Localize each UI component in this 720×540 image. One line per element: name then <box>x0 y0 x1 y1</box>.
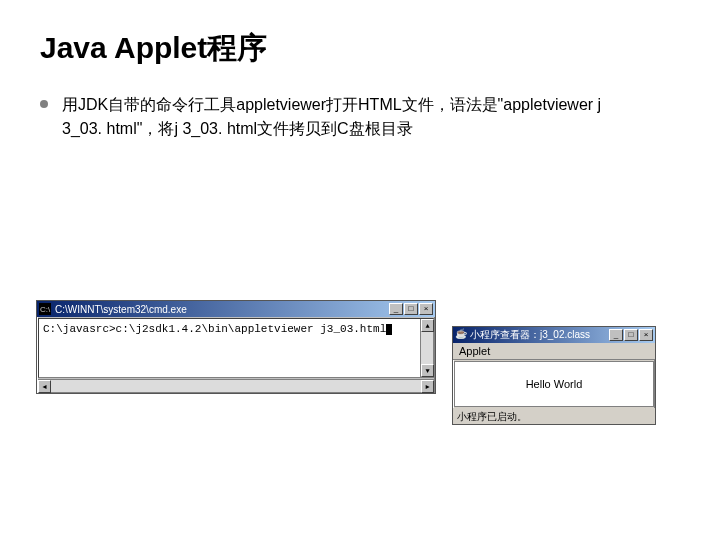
console-prompt: C:\javasrc>c:\j2sdk1.4.2\bin\appletviewe… <box>43 323 386 335</box>
maximize-button[interactable]: □ <box>624 329 638 341</box>
minimize-button[interactable]: _ <box>609 329 623 341</box>
java-icon <box>455 329 467 341</box>
slide-body: 用JDK自带的命令行工具appletviewer打开HTML文件，语法是"app… <box>40 93 620 141</box>
console-titlebar: C:\ C:\WINNT\system32\cmd.exe _ □ × <box>37 301 435 317</box>
horizontal-scrollbar[interactable]: ◄ ► <box>38 379 434 392</box>
applet-status: 小程序已启动。 <box>453 408 655 424</box>
scroll-left-button[interactable]: ◄ <box>38 380 51 393</box>
vertical-scrollbar[interactable]: ▲ ▼ <box>420 319 433 377</box>
cmd-icon: C:\ <box>39 303 51 315</box>
body-paragraph: 用JDK自带的命令行工具appletviewer打开HTML文件，语法是"app… <box>62 96 601 137</box>
console-title: C:\WINNT\system32\cmd.exe <box>55 304 389 315</box>
bullet-icon <box>40 100 48 108</box>
applet-titlebar: 小程序查看器：j3_02.class _ □ × <box>453 327 655 343</box>
scroll-up-button[interactable]: ▲ <box>421 319 434 332</box>
applet-body: Hello World <box>454 361 654 407</box>
console-window: C:\ C:\WINNT\system32\cmd.exe _ □ × C:\j… <box>36 300 436 394</box>
minimize-button[interactable]: _ <box>389 303 403 315</box>
slide-title: Java Applet程序 <box>40 28 680 69</box>
scroll-right-button[interactable]: ► <box>421 380 434 393</box>
scroll-down-button[interactable]: ▼ <box>421 364 434 377</box>
cursor-icon <box>386 324 392 335</box>
applet-menu[interactable]: Applet <box>453 343 655 360</box>
maximize-button[interactable]: □ <box>404 303 418 315</box>
close-button[interactable]: × <box>639 329 653 341</box>
applet-title: 小程序查看器：j3_02.class <box>470 328 609 342</box>
close-button[interactable]: × <box>419 303 433 315</box>
applet-window: 小程序查看器：j3_02.class _ □ × Applet Hello Wo… <box>452 326 656 425</box>
applet-content: Hello World <box>526 378 583 390</box>
console-body: C:\javasrc>c:\j2sdk1.4.2\bin\appletviewe… <box>38 318 434 378</box>
